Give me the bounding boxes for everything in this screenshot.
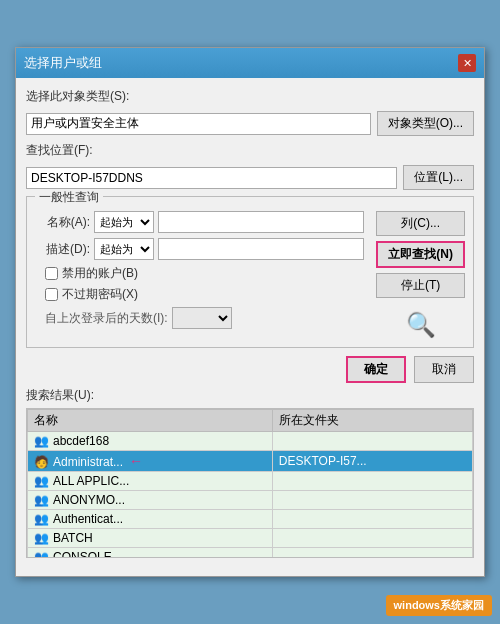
location-label-row: 查找位置(F): [26, 142, 474, 159]
row-folder: DESKTOP-I57... [272, 451, 472, 472]
location-button[interactable]: 位置(L)... [403, 165, 474, 190]
row-name: BATCH [53, 531, 93, 545]
object-type-input[interactable] [26, 113, 371, 135]
right-buttons: 列(C)... 立即查找(N) 停止(T) 🔍 [376, 211, 465, 339]
disabled-account-label: 禁用的账户(B) [62, 265, 138, 282]
row-name: ALL APPLIC... [53, 474, 129, 488]
row-folder [272, 529, 472, 548]
group-icon: 👥 [34, 531, 49, 545]
ok-cancel-row: 确定 取消 [26, 356, 474, 383]
row-folder [272, 472, 472, 491]
search-icon: 🔍 [376, 311, 465, 339]
general-query-section: 一般性查询 名称(A): 起始为 描述(D): 起 [26, 196, 474, 348]
selection-arrow-icon: ← [129, 453, 143, 469]
table-row[interactable]: 👥BATCH [28, 529, 473, 548]
days-input[interactable] [172, 307, 232, 329]
stop-button[interactable]: 停止(T) [376, 273, 465, 298]
row-name: abcdef168 [53, 434, 109, 448]
group-icon: 👥 [34, 512, 49, 526]
col-folder: 所在文件夹 [272, 410, 472, 432]
row-folder [272, 548, 472, 559]
row-folder [272, 432, 472, 451]
object-type-button[interactable]: 对象类型(O)... [377, 111, 474, 136]
desc-dropdown[interactable]: 起始为 [94, 238, 154, 260]
columns-button[interactable]: 列(C)... [376, 211, 465, 236]
search-results-section: 搜索结果(U): 名称 所在文件夹 👥abcdef168🧑Administrat… [26, 387, 474, 558]
object-type-input-row: 对象类型(O)... [26, 111, 474, 136]
row-folder [272, 510, 472, 529]
name-dropdown[interactable]: 起始为 [94, 211, 154, 233]
general-query-title: 一般性查询 [35, 189, 103, 206]
table-row[interactable]: 👥Authenticat... [28, 510, 473, 529]
name-label: 名称(A): [35, 214, 90, 231]
disabled-account-checkbox[interactable] [45, 267, 58, 280]
table-row[interactable]: 👥abcdef168 [28, 432, 473, 451]
ok-button[interactable]: 确定 [346, 356, 406, 383]
no-expire-password-label: 不过期密码(X) [62, 286, 138, 303]
name-row: 名称(A): 起始为 [35, 211, 364, 233]
no-expire-password-row: 不过期密码(X) [45, 286, 364, 303]
results-table: 名称 所在文件夹 👥abcdef168🧑Administrat...←DESKT… [27, 409, 473, 558]
desc-row: 描述(D): 起始为 [35, 238, 364, 260]
dialog-title: 选择用户或组 [24, 54, 102, 72]
search-results-label: 搜索结果(U): [26, 387, 474, 404]
select-user-group-dialog: 选择用户或组 ✕ 选择此对象类型(S): 对象类型(O)... 查找位置(F):… [15, 47, 485, 577]
location-input-row: 位置(L)... [26, 165, 474, 190]
table-row[interactable]: 👥CONSOLE ... [28, 548, 473, 559]
table-row[interactable]: 👥ANONYMO... [28, 491, 473, 510]
location-input[interactable] [26, 167, 397, 189]
name-input[interactable] [158, 211, 364, 233]
disabled-account-row: 禁用的账户(B) [45, 265, 364, 282]
days-label: 自上次登录后的天数(I): [45, 310, 168, 327]
watermark: windows系统家园 [386, 595, 492, 616]
group-icon: 👥 [34, 493, 49, 507]
desc-label: 描述(D): [35, 241, 90, 258]
location-label: 查找位置(F): [26, 142, 93, 159]
close-button[interactable]: ✕ [458, 54, 476, 72]
days-row: 自上次登录后的天数(I): [45, 307, 364, 329]
object-type-label: 选择此对象类型(S): [26, 88, 129, 105]
row-name: Administrat... [53, 455, 123, 469]
col-name: 名称 [28, 410, 273, 432]
search-button[interactable]: 立即查找(N) [376, 241, 465, 268]
general-query-left: 名称(A): 起始为 描述(D): 起始为 [35, 211, 364, 339]
dialog-content: 选择此对象类型(S): 对象类型(O)... 查找位置(F): 位置(L)...… [16, 78, 484, 576]
row-name: Authenticat... [53, 512, 123, 526]
group-icon: 👥 [34, 434, 49, 448]
table-row[interactable]: 🧑Administrat...←DESKTOP-I57... [28, 451, 473, 472]
general-query-content: 名称(A): 起始为 描述(D): 起始为 [35, 211, 465, 339]
desc-input[interactable] [158, 238, 364, 260]
object-type-row: 选择此对象类型(S): [26, 88, 474, 105]
user-icon: 🧑 [34, 455, 49, 469]
group-icon: 👥 [34, 474, 49, 488]
row-folder [272, 491, 472, 510]
row-name: CONSOLE ... [53, 550, 125, 558]
table-row[interactable]: 👥ALL APPLIC... [28, 472, 473, 491]
cancel-button[interactable]: 取消 [414, 356, 474, 383]
row-name: ANONYMO... [53, 493, 125, 507]
no-expire-password-checkbox[interactable] [45, 288, 58, 301]
group-icon: 👥 [34, 550, 49, 558]
results-container[interactable]: 名称 所在文件夹 👥abcdef168🧑Administrat...←DESKT… [26, 408, 474, 558]
title-bar: 选择用户或组 ✕ [16, 48, 484, 78]
